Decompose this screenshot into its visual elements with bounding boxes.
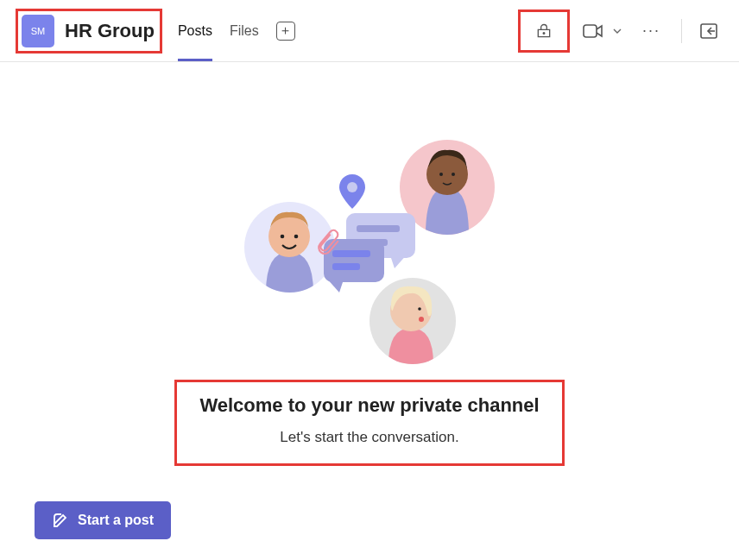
private-channel-indicator[interactable] — [518, 9, 570, 53]
plus-icon: ＋ — [279, 22, 292, 39]
channel-title: HR Group — [65, 20, 155, 42]
start-post-label: Start a post — [78, 513, 154, 528]
more-options-button[interactable]: ··· — [634, 16, 669, 45]
avatar-initials: SM — [31, 26, 46, 36]
channel-main-area: Welcome to your new private channel Let'… — [0, 62, 739, 560]
more-icon: ··· — [642, 22, 660, 39]
meet-dropdown[interactable] — [610, 25, 625, 37]
svg-point-8 — [281, 235, 285, 239]
svg-point-12 — [418, 307, 421, 311]
video-icon — [583, 23, 603, 39]
panel-toggle-button[interactable] — [694, 15, 723, 47]
tab-files[interactable]: Files — [230, 0, 259, 61]
meet-button-group — [578, 15, 625, 47]
channel-avatar: SM — [22, 15, 54, 47]
panel-toggle-icon — [700, 23, 717, 39]
tab-posts-label: Posts — [178, 23, 212, 39]
tab-files-label: Files — [230, 23, 259, 39]
svg-point-11 — [419, 317, 424, 322]
chevron-down-icon — [613, 28, 622, 34]
divider — [681, 19, 682, 43]
channel-title-group[interactable]: SM HR Group — [16, 9, 162, 53]
welcome-message: Welcome to your new private channel Let'… — [174, 380, 565, 466]
channel-header: SM HR Group Posts Files ＋ — [0, 0, 739, 62]
welcome-title: Welcome to your new private channel — [186, 394, 553, 417]
lock-icon — [535, 22, 553, 40]
welcome-subtitle: Let's start the conversation. — [186, 429, 553, 446]
meet-button[interactable] — [578, 15, 608, 47]
svg-point-3 — [347, 182, 357, 192]
svg-point-5 — [439, 173, 443, 176]
tab-bar: Posts Files ＋ — [178, 0, 295, 61]
add-tab-button[interactable]: ＋ — [276, 22, 295, 41]
svg-point-6 — [452, 173, 455, 176]
header-actions: ··· — [518, 9, 723, 53]
svg-point-9 — [294, 235, 299, 239]
svg-rect-1 — [584, 25, 597, 37]
tab-posts[interactable]: Posts — [178, 0, 212, 61]
start-post-button[interactable]: Start a post — [35, 501, 171, 539]
compose-icon — [52, 512, 69, 529]
svg-point-0 — [543, 32, 545, 34]
welcome-illustration — [244, 140, 495, 364]
